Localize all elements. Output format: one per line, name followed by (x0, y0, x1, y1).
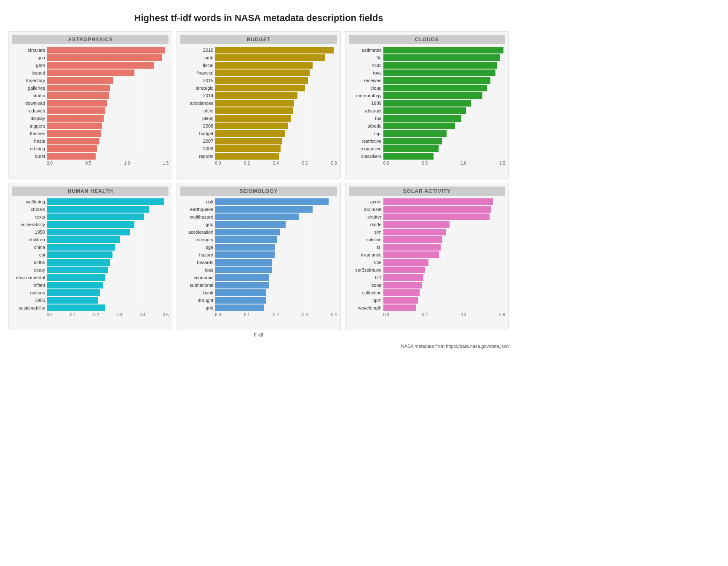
bar-row-budget (215, 145, 337, 152)
bar-label-budget: ofcio (180, 107, 215, 114)
bar-label-solar_activity: wavelength (349, 304, 383, 311)
x-axis-tick-budget: 0.6 (302, 161, 308, 166)
bar-row-seismology (215, 282, 337, 288)
bar-label-human_health: nations (12, 289, 47, 296)
bar-label-astrophysics: gcn (12, 54, 47, 61)
bar-row-human_health (47, 289, 169, 296)
bar-label-clouds: estimates (349, 47, 383, 53)
bar-label-seismology: category (180, 236, 215, 243)
bar-label-solar_activity: solstice (349, 236, 383, 243)
bar-fill-seismology (215, 259, 272, 266)
bar-fill-budget (215, 77, 308, 84)
bar-fill-solar_activity (383, 297, 418, 304)
bar-label-budget: fiscal (180, 62, 215, 69)
bar-fill-solar_activity (383, 229, 446, 235)
bar-fill-clouds (383, 100, 471, 107)
bar-fill-astrophysics (47, 123, 102, 129)
bar-row-human_health (47, 297, 169, 304)
bar-fill-budget (215, 138, 282, 144)
bar-row-clouds (383, 138, 505, 144)
bar-label-astrophysics: triggers (12, 123, 47, 129)
bar-row-astrophysics (47, 123, 169, 129)
bar-fill-astrophysics (47, 100, 107, 107)
bar-row-solar_activity (383, 221, 505, 228)
bar-fill-seismology (215, 267, 272, 273)
bar-row-human_health (47, 206, 169, 213)
bar-label-budget: avoidances (180, 100, 215, 107)
bar-row-human_health (47, 274, 169, 281)
bar-row-astrophysics (47, 130, 169, 137)
bar-fill-astrophysics (47, 62, 154, 69)
bar-fill-human_health (47, 236, 120, 243)
bar-label-astrophysics: trajectory (12, 77, 47, 84)
bar-fill-budget (215, 85, 305, 91)
bar-fill-astrophysics (47, 130, 101, 137)
bar-label-seismology: subnational (180, 282, 215, 288)
bar-row-astrophysics (47, 138, 169, 144)
bar-label-solar_activity: diode (349, 221, 383, 228)
bar-label-solar_activity: ppm (349, 297, 383, 304)
bar-label-clouds: restrictive (349, 138, 383, 144)
x-axis-tick-human_health: 0.5 (163, 312, 169, 317)
bar-label-human_health: children (12, 236, 47, 243)
x-axis-tick-solar_activity: 0.0 (383, 312, 389, 317)
bar-label-human_health: wellbeing (12, 198, 47, 205)
bar-fill-seismology (215, 206, 312, 213)
bar-label-seismology: hazard (180, 251, 215, 258)
bar-row-human_health (47, 267, 169, 273)
bar-label-astrophysics: gbm (12, 62, 47, 69)
bar-label-clouds: classifiers (349, 153, 383, 160)
bar-fill-clouds (383, 115, 461, 122)
bar-fill-astrophysics (47, 107, 105, 114)
bar-label-astrophysics: galleries (12, 85, 47, 91)
bar-label-astrophysics: cdaweb (12, 107, 47, 114)
bar-label-clouds: cloud (349, 85, 383, 91)
bar-fill-astrophysics (47, 145, 97, 152)
bar-fill-astrophysics (47, 115, 104, 122)
bar-row-astrophysics (47, 107, 169, 114)
bar-fill-solar_activity (383, 289, 420, 296)
bar-row-seismology (215, 251, 337, 258)
panel-human_health: HUMAN HEALTHwellbeingchina'stextsvulnera… (8, 183, 172, 330)
x-axis-tick-clouds: 1.0 (460, 161, 466, 166)
bar-label-clouds: ncdc (349, 62, 383, 69)
bar-label-seismology: loss (180, 267, 215, 273)
bar-fill-clouds (383, 77, 491, 84)
bar-label-solar_activity: acrim (349, 198, 383, 205)
bar-label-astrophysics: orbiting (12, 145, 47, 152)
bar-fill-human_health (47, 251, 112, 258)
bar-label-clouds: toa (349, 115, 383, 122)
bar-label-astrophysics: themes (12, 130, 47, 137)
bar-fill-clouds (383, 130, 447, 137)
bar-row-seismology (215, 198, 337, 205)
bar-fill-budget (215, 153, 279, 160)
bar-label-human_health: texts (12, 214, 47, 220)
x-axis-tick-budget: 0.8 (331, 161, 337, 166)
bar-row-solar_activity (383, 206, 505, 213)
bar-label-human_health: vulnerability (12, 221, 47, 228)
bar-row-solar_activity (383, 289, 505, 296)
bar-fill-clouds (383, 153, 434, 160)
bar-row-clouds (383, 100, 505, 107)
bar-fill-budget (215, 130, 285, 137)
bar-row-budget (215, 85, 337, 91)
bar-fill-solar_activity (383, 282, 422, 288)
bar-label-solar_activity: tcte (349, 259, 383, 266)
footer-note: NASA metadata from https://data.nasa.gov… (8, 344, 509, 349)
bar-fill-solar_activity (383, 304, 416, 311)
bar-label-budget: 2009 (180, 145, 215, 152)
bar-row-solar_activity (383, 267, 505, 273)
x-axis-tick-budget: 0.0 (215, 161, 221, 166)
panel-astrophysics: ASTROPHYSICScircularsgcngbmissuedtraject… (8, 31, 172, 179)
bar-row-solar_activity (383, 251, 505, 258)
bar-fill-astrophysics (47, 54, 162, 61)
bar-fill-budget (215, 107, 292, 114)
bar-fill-seismology (215, 214, 299, 220)
bar-label-solar_activity: collection (349, 289, 383, 296)
bar-row-budget (215, 62, 337, 69)
bar-fill-human_health (47, 259, 110, 266)
bar-fill-human_health (47, 274, 105, 281)
bar-label-budget: budget (180, 130, 215, 137)
bar-row-human_health (47, 244, 169, 251)
panel-solar_activity: SOLAR ACTIVITYacrimacrimsatshutterdiodes… (345, 183, 509, 330)
